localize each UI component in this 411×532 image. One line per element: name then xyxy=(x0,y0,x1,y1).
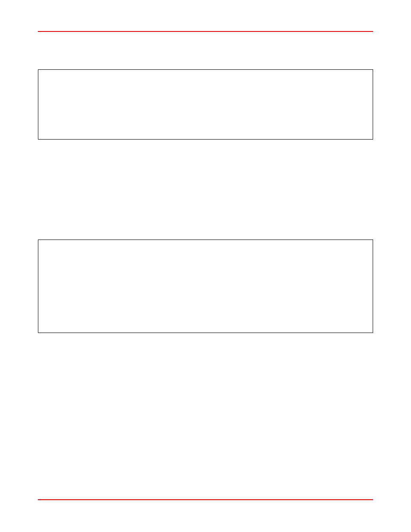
content-box-1 xyxy=(38,69,373,140)
footer-rule xyxy=(38,499,373,500)
header-rule xyxy=(38,31,373,32)
content-box-2 xyxy=(38,240,373,333)
